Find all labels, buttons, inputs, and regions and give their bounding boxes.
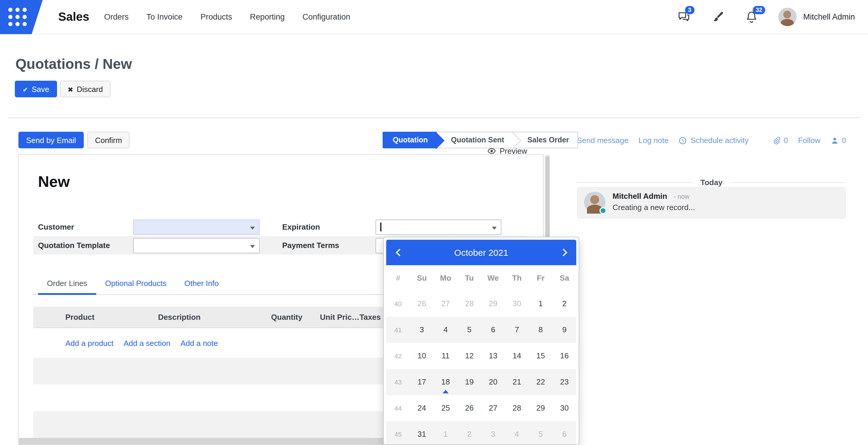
expiration-input[interactable] (375, 219, 501, 235)
calendar-day[interactable]: 20 (481, 369, 505, 395)
calendar-day[interactable]: 25 (434, 395, 458, 421)
calendar-day[interactable]: 6 (553, 421, 576, 445)
menu-item[interactable]: Orders (104, 12, 129, 21)
preview-button[interactable]: Preview (487, 146, 527, 156)
schedule-activity-label: Schedule activity (691, 136, 749, 145)
calendar-day[interactable]: 6 (481, 317, 505, 343)
chatter-message: Mitchell Admin - now Creating a new reco… (577, 187, 846, 219)
calendar-day[interactable]: 21 (505, 369, 529, 395)
message-body: Creating a new record... (613, 203, 695, 212)
calendar-day[interactable]: 22 (529, 369, 553, 395)
preview-label: Preview (500, 146, 527, 156)
calendar-day[interactable]: 9 (553, 317, 576, 343)
calendar-day[interactable]: 24 (410, 395, 434, 421)
week-number: 45 (386, 431, 410, 438)
calendar-day[interactable]: 23 (553, 369, 576, 395)
quotation-template-input[interactable] (133, 238, 260, 253)
calendar-day[interactable]: 19 (458, 369, 481, 395)
divider-line (577, 182, 693, 183)
weekday-header-row: # Su Mo Tu We Th Fr Sa (386, 265, 576, 291)
tab[interactable]: Optional Products (96, 274, 176, 295)
weekday-label: Sa (553, 274, 576, 282)
messages-icon[interactable]: 3 (677, 10, 691, 24)
calendar-day[interactable]: 3 (481, 421, 505, 445)
attachments-button[interactable]: 0 (772, 136, 788, 145)
brush-icon[interactable] (711, 10, 725, 24)
pipeline-stage[interactable]: Quotation Sent (437, 132, 513, 148)
log-note-link[interactable]: Log note (639, 136, 669, 145)
weekday-label: Th (505, 274, 529, 282)
schedule-activity-link[interactable]: Schedule activity (679, 136, 749, 145)
calendar-day[interactable]: 13 (481, 343, 505, 369)
calendar-day[interactable]: 1 (529, 291, 553, 317)
calendar-day[interactable]: 26 (410, 291, 434, 317)
datepicker-grid: 4026272829301241345678942101112131415164… (386, 291, 576, 445)
pipeline-stage[interactable]: Sales Order (513, 132, 578, 148)
calendar-day[interactable]: 11 (434, 343, 458, 369)
calendar-day[interactable]: 27 (434, 291, 458, 317)
calendar-day[interactable]: 3 (410, 317, 434, 343)
datepicker-popup: October 2021 # Su Mo Tu We Th Fr Sa 4026… (383, 237, 579, 445)
next-month-button[interactable] (553, 240, 576, 265)
send-message-link[interactable]: Send message (577, 136, 628, 145)
calendar-day[interactable]: 2 (553, 291, 576, 317)
calendar-day[interactable]: 28 (458, 291, 481, 317)
menu-item[interactable]: Products (200, 12, 232, 21)
message-author[interactable]: Mitchell Admin (613, 192, 667, 201)
pipeline-stage[interactable]: Quotation (382, 132, 437, 148)
calendar-day[interactable]: 14 (505, 343, 529, 369)
send-by-email-button[interactable]: Send by Email (19, 132, 84, 148)
menu-item[interactable]: Configuration (302, 12, 350, 21)
person-icon (831, 136, 839, 144)
menu-item[interactable]: Reporting (250, 12, 285, 21)
follow-link[interactable]: Follow (798, 136, 820, 145)
eye-icon (487, 146, 496, 156)
tab[interactable]: Other Info (176, 274, 228, 295)
line-action-link[interactable]: Add a section (124, 339, 170, 348)
line-action-link[interactable]: Add a note (180, 339, 218, 348)
datepicker-title[interactable]: October 2021 (386, 247, 576, 258)
chevron-left-icon (395, 249, 403, 256)
calendar-day[interactable]: 12 (458, 343, 481, 369)
calendar-day[interactable]: 17 (410, 369, 434, 395)
menu-item[interactable]: To Invoice (147, 12, 183, 21)
calendar-day[interactable]: 7 (505, 317, 529, 343)
calendar-day[interactable]: 29 (529, 395, 553, 421)
notifications-bell-icon[interactable]: 32 (744, 10, 759, 24)
calendar-day[interactable]: 4 (505, 421, 529, 445)
app-name[interactable]: Sales (58, 10, 89, 24)
payment-terms-label: Payment Terms (277, 241, 375, 250)
calendar-day[interactable]: 29 (481, 291, 505, 317)
calendar-day[interactable]: 27 (481, 395, 505, 421)
calendar-day[interactable]: 5 (458, 317, 481, 343)
datepicker-week-row: 4317181920212223 (386, 369, 576, 395)
calendar-day[interactable]: 15 (529, 343, 553, 369)
customer-input[interactable] (133, 219, 260, 235)
calendar-day[interactable]: 31 (410, 421, 434, 445)
calendar-day[interactable]: 2 (458, 421, 481, 445)
line-action-link[interactable]: Add a product (65, 339, 114, 348)
calendar-day[interactable]: 28 (505, 395, 529, 421)
stage-label: Quotation (393, 136, 428, 144)
scrollbar-thumb[interactable] (546, 156, 550, 245)
calendar-day[interactable]: 26 (458, 395, 481, 421)
message-content: Mitchell Admin - now Creating a new reco… (613, 192, 695, 213)
calendar-day[interactable]: 1 (434, 421, 458, 445)
calendar-day[interactable]: 10 (410, 343, 434, 369)
calendar-day[interactable]: 5 (529, 421, 553, 445)
calendar-day-today[interactable]: 18 (434, 369, 458, 395)
calendar-day[interactable]: 16 (553, 343, 576, 369)
tab[interactable]: Order Lines (38, 274, 96, 295)
followers-button[interactable]: 0 (831, 136, 846, 145)
calendar-day[interactable]: 30 (553, 395, 576, 421)
calendar-day[interactable]: 8 (529, 317, 553, 343)
calendar-day[interactable]: 30 (505, 291, 529, 317)
previous-month-button[interactable] (386, 240, 410, 265)
discard-button[interactable]: Discard (60, 81, 111, 97)
confirm-button[interactable]: Confirm (87, 132, 130, 148)
save-button[interactable]: Save (15, 81, 57, 97)
apps-grid-icon[interactable] (0, 0, 43, 34)
breadcrumb-section[interactable]: Quotations (16, 56, 91, 72)
calendar-day[interactable]: 4 (434, 317, 458, 343)
user-menu[interactable]: Mitchell Admin (778, 8, 855, 26)
